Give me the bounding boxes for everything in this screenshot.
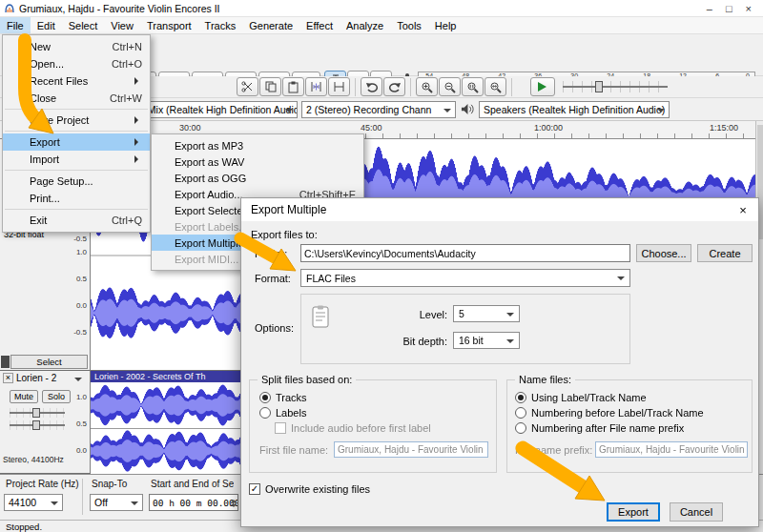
labels-radio[interactable] (259, 407, 271, 419)
track2-info-label: Stereo, 44100Hz (3, 455, 64, 464)
bit-depth-select[interactable]: 16 bit (453, 332, 520, 349)
track1-ruler-value: 0.5 (68, 275, 87, 283)
playback-device-select[interactable]: Speakers (Realtek High Definition Audio) (479, 101, 670, 118)
track1-ruler-value: -0.5 (68, 328, 87, 337)
track2-pan-slider[interactable] (10, 420, 65, 430)
file-name-prefix-input[interactable] (595, 441, 748, 458)
close-button[interactable]: × (746, 3, 752, 14)
play-speed-slider[interactable] (563, 81, 668, 92)
format-select[interactable]: FLAC Files (300, 269, 630, 287)
menu-select[interactable]: Select (62, 17, 105, 33)
copy-button[interactable] (259, 77, 281, 96)
cut-button[interactable] (237, 77, 258, 96)
zoom-fit-button[interactable] (485, 77, 506, 96)
pan-slider-thumb[interactable] (32, 420, 40, 430)
menu-effect[interactable]: Effect (299, 17, 340, 33)
paste-button[interactable] (282, 77, 304, 96)
menu-bar: File Edit Select View Transport Tracks G… (0, 17, 763, 34)
file-menu-item-print[interactable]: Print... (3, 190, 150, 207)
numbering-before-label[interactable]: Numbering before Label/Track Name (531, 407, 704, 419)
file-menu-item-close[interactable]: CloseCtrl+W (3, 90, 150, 107)
file-menu-item-save-project[interactable]: Save Project (3, 112, 150, 129)
track2-close-icon[interactable]: × (3, 373, 13, 383)
track1-ruler-value: 0.0 (68, 301, 87, 310)
tracks-radio-label[interactable]: Tracks (276, 392, 307, 403)
file-menu-item-page-setup[interactable]: Page Setup... (3, 173, 150, 190)
maximize-button[interactable]: □ (726, 3, 732, 14)
project-rate-select[interactable]: 44100 (4, 494, 63, 511)
redo-button[interactable] (383, 77, 405, 96)
menu-help[interactable]: Help (428, 17, 464, 33)
first-file-name-input[interactable] (334, 441, 488, 458)
selection-start-field[interactable]: 00 h 00 m 00.000 s (149, 494, 238, 511)
menu-tracks[interactable]: Tracks (198, 17, 243, 33)
folder-input[interactable] (300, 244, 630, 262)
title-bar: Grumiaux, Hajdu - Favourite Violin Encor… (0, 0, 763, 17)
track2-title[interactable]: Lorien - 2 (16, 373, 56, 383)
snap-to-label: Snap-To (92, 479, 127, 489)
gain-slider-thumb[interactable] (32, 408, 40, 418)
play-at-speed-button[interactable] (530, 77, 555, 96)
menu-edit[interactable]: Edit (31, 17, 62, 33)
export-menu-item-mp3[interactable]: Export as MP3 (152, 137, 363, 153)
numbering-after-label[interactable]: Numbering after File name prefix (531, 422, 684, 434)
tracks-radio[interactable] (259, 392, 271, 403)
timeline-label: 1:15:00 (710, 123, 738, 133)
create-button[interactable]: Create (697, 244, 753, 262)
selection-range-label[interactable]: Start and End of Se (151, 479, 234, 489)
overwrite-checkbox[interactable]: ✓ (249, 483, 260, 495)
project-rate-label: Project Rate (Hz) (6, 479, 79, 489)
file-menu-item-open[interactable]: Open...Ctrl+O (3, 55, 150, 72)
menu-separator (5, 109, 148, 110)
track2-ruler-value: 0.0 (68, 446, 87, 455)
redo-icon (388, 81, 402, 92)
numbering-before-radio[interactable] (515, 407, 526, 419)
track1-select-button[interactable]: Select (10, 355, 88, 369)
export-menu-item-ogg[interactable]: Export as OGG (152, 170, 363, 186)
clipboard-icon (312, 305, 329, 328)
file-menu-item-recent-files[interactable]: Recent Files (3, 72, 150, 90)
zoom-out-button[interactable] (439, 77, 461, 96)
silence-audio-button[interactable] (328, 77, 350, 96)
play-speed-slider-thumb[interactable] (595, 81, 603, 92)
track2-menu-chevron-icon[interactable] (74, 378, 82, 385)
silence-icon (333, 81, 345, 92)
include-audio-checkbox[interactable] (275, 422, 286, 434)
level-label: Level: (394, 309, 447, 320)
undo-button[interactable] (361, 77, 382, 96)
track2-gain-slider[interactable] (10, 408, 65, 418)
minimize-button[interactable]: – (707, 3, 712, 14)
level-select[interactable]: 5 (453, 305, 520, 322)
export-files-to-label: Export files to: (251, 229, 318, 240)
file-menu-item-exit[interactable]: ExitCtrl+Q (3, 212, 150, 229)
file-menu-item-new[interactable]: NewCtrl+N (3, 38, 150, 55)
menu-file[interactable]: File (0, 17, 31, 33)
overwrite-label[interactable]: Overwrite existing files (265, 483, 370, 495)
file-menu-item-export[interactable]: Export (3, 133, 150, 151)
using-label-track-name-radio[interactable] (515, 392, 526, 403)
menu-analyze[interactable]: Analyze (340, 17, 390, 33)
zoom-in-button[interactable] (416, 77, 438, 96)
track1-collapse-icon[interactable] (1, 356, 10, 368)
cancel-button[interactable]: Cancel (670, 502, 723, 522)
snap-to-select[interactable]: Off (90, 494, 143, 511)
labels-radio-label[interactable]: Labels (276, 407, 306, 419)
menu-view[interactable]: View (104, 17, 140, 33)
choose-button[interactable]: Choose... (636, 244, 691, 262)
trim-audio-button[interactable] (305, 77, 327, 96)
dialog-close-icon[interactable]: × (728, 198, 758, 221)
track2-solo-button[interactable]: Solo (42, 390, 71, 403)
menu-transport[interactable]: Transport (140, 17, 198, 33)
export-menu-item-wav[interactable]: Export as WAV (152, 153, 363, 170)
track2-mute-button[interactable]: Mute (10, 390, 38, 403)
file-menu-item-import[interactable]: Import (3, 151, 150, 168)
export-button[interactable]: Export (607, 502, 660, 522)
window-title: Grumiaux, Hajdu - Favourite Violin Encor… (19, 3, 219, 14)
numbering-after-radio[interactable] (515, 422, 526, 434)
spinner-icon[interactable] (231, 497, 237, 510)
using-label-track-name-label[interactable]: Using Label/Track Name (531, 392, 647, 403)
zoom-selection-button[interactable] (462, 77, 484, 96)
menu-tools[interactable]: Tools (390, 17, 428, 33)
menu-generate[interactable]: Generate (242, 17, 299, 33)
recording-channels-select[interactable]: 2 (Stereo) Recording Chann (301, 101, 456, 118)
